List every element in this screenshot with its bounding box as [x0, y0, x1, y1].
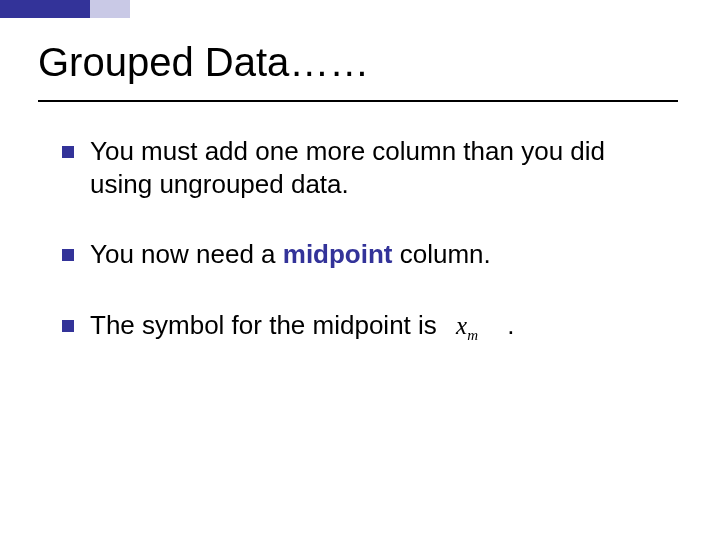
midpoint-symbol: xm: [456, 312, 478, 339]
bullet-text: You must add one more column than you di…: [90, 135, 662, 200]
bullet-item: The symbol for the midpoint is xm .: [62, 309, 662, 345]
bullet3-period: .: [507, 310, 514, 340]
bullet3-pre: The symbol for the midpoint is: [90, 310, 444, 340]
bullet-item: You must add one more column than you di…: [62, 135, 662, 200]
slide: Grouped Data…… You must add one more col…: [0, 0, 720, 540]
accent-dark-segment: [0, 0, 90, 18]
bullet2-post: column.: [393, 239, 491, 269]
title-underline: [38, 100, 678, 102]
square-bullet-icon: [62, 249, 74, 261]
slide-title: Grouped Data……: [38, 40, 369, 85]
square-bullet-icon: [62, 320, 74, 332]
symbol-x: x: [456, 312, 467, 339]
bullet-text: The symbol for the midpoint is xm .: [90, 309, 662, 345]
bullet2-pre: You now need a: [90, 239, 283, 269]
midpoint-highlight: midpoint: [283, 239, 393, 269]
square-bullet-icon: [62, 146, 74, 158]
slide-body: You must add one more column than you di…: [62, 135, 662, 382]
bullet-text: You now need a midpoint column.: [90, 238, 662, 271]
accent-light-segment: [90, 0, 130, 18]
top-accent-bar: [0, 0, 720, 18]
bullet-item: You now need a midpoint column.: [62, 238, 662, 271]
symbol-sub-m: m: [467, 327, 478, 343]
